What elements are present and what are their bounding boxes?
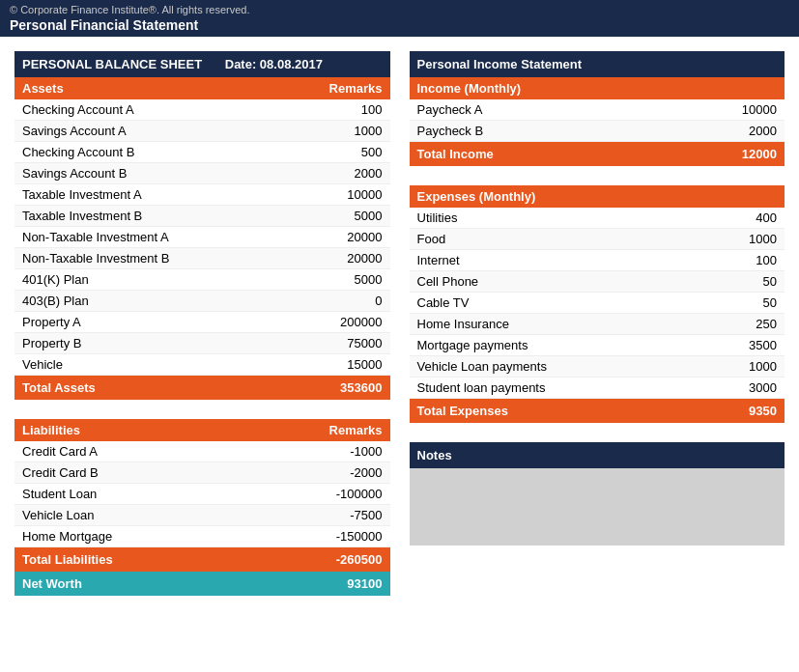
expense-name: Cable TV	[410, 293, 699, 314]
asset-name: Taxable Investment A	[14, 184, 278, 206]
copyright-text: © Corporate Finance Institute®. All righ…	[10, 4, 789, 15]
asset-name: Checking Account A	[14, 99, 278, 121]
total-expenses-value: 9350	[699, 399, 785, 424]
asset-row: Property B75000	[14, 333, 390, 354]
expense-value: 1000	[699, 229, 785, 250]
remarks-col-header: Remarks	[278, 77, 389, 99]
expense-row: Home Insurance250	[410, 314, 785, 335]
asset-row: Property A200000	[14, 312, 390, 333]
notes-body-row	[410, 468, 785, 546]
left-panel: PERSONAL BALANCE SHEET Date: 08.08.2017 …	[14, 51, 390, 596]
income-monthly-header: Income (Monthly)	[410, 77, 785, 99]
expense-value: 250	[699, 314, 785, 335]
total-liabilities-label: Total Liabilities	[14, 547, 243, 573]
expense-name: Internet	[410, 250, 699, 271]
liability-row: Home Mortgage-150000	[14, 526, 390, 547]
asset-value: 20000	[278, 248, 389, 269]
liability-name: Credit Card A	[14, 441, 243, 462]
top-bar: © Corporate Finance Institute®. All righ…	[0, 0, 799, 37]
income-statement-table: Personal Income Statement Income (Monthl…	[410, 51, 785, 166]
asset-row: Checking Account A100	[14, 99, 390, 121]
expense-value: 3000	[699, 378, 785, 399]
asset-value: 15000	[278, 354, 389, 376]
liabilities-col-header: Liabilities	[14, 419, 243, 441]
gap3	[410, 423, 785, 442]
asset-name: 401(K) Plan	[14, 269, 278, 291]
asset-value: 2000	[278, 163, 389, 184]
net-worth-label: Net Worth	[14, 572, 243, 596]
expense-value: 100	[699, 250, 785, 271]
total-expenses-label: Total Expenses	[410, 399, 699, 424]
asset-row: Checking Account B500	[14, 142, 390, 163]
asset-name: Non-Taxable Investment B	[14, 248, 278, 269]
net-worth-row: Net Worth 93100	[14, 572, 390, 596]
assets-col-header: Assets	[14, 77, 278, 99]
expense-value: 400	[699, 208, 785, 229]
liability-value: -150000	[243, 526, 390, 547]
income-row: Paycheck B2000	[410, 121, 785, 142]
expense-value: 50	[699, 293, 785, 314]
asset-row: Non-Taxable Investment B20000	[14, 248, 390, 269]
expense-name: Cell Phone	[410, 271, 699, 293]
expense-name: Vehicle Loan payments	[410, 356, 699, 378]
expense-row: Vehicle Loan payments1000	[410, 356, 785, 378]
notes-header: Notes	[410, 442, 785, 468]
asset-row: 403(B) Plan0	[14, 291, 390, 312]
liability-row: Credit Card A-1000	[14, 441, 390, 462]
asset-name: 403(B) Plan	[14, 291, 278, 312]
liability-value: -1000	[243, 441, 390, 462]
asset-value: 20000	[278, 227, 389, 248]
asset-name: Property A	[14, 312, 278, 333]
app-title: Personal Financial Statement	[10, 17, 789, 33]
total-expenses-row: Total Expenses 9350	[410, 399, 785, 424]
expenses-header: Expenses (Monthly)	[410, 185, 785, 208]
asset-row: Taxable Investment A10000	[14, 184, 390, 206]
liabilities-remarks-header: Remarks	[243, 419, 390, 441]
expense-value: 50	[699, 271, 785, 293]
liability-name: Student Loan	[14, 484, 243, 505]
asset-row: Vehicle15000	[14, 354, 390, 376]
asset-name: Checking Account B	[14, 142, 278, 163]
asset-value: 200000	[278, 312, 389, 333]
liability-row: Credit Card B-2000	[14, 462, 390, 484]
liabilities-table: Liabilities Remarks Credit Card A-1000Cr…	[14, 419, 390, 596]
expense-row: Mortgage payments3500	[410, 335, 785, 356]
notes-body[interactable]	[410, 468, 785, 546]
income-name: Paycheck A	[410, 99, 652, 121]
total-income-row: Total Income 12000	[410, 142, 785, 167]
income-value: 2000	[651, 121, 785, 142]
expense-row: Cell Phone50	[410, 271, 785, 293]
asset-row: Non-Taxable Investment A20000	[14, 227, 390, 248]
liability-row: Student Loan-100000	[14, 484, 390, 505]
gap2	[410, 166, 785, 185]
asset-value: 100	[278, 99, 389, 121]
income-statement-header: Personal Income Statement	[410, 51, 785, 77]
liability-value: -2000	[243, 462, 390, 484]
asset-value: 1000	[278, 121, 389, 142]
expense-name: Home Insurance	[410, 314, 699, 335]
expense-name: Mortgage payments	[410, 335, 699, 356]
total-liabilities-value: -260500	[243, 547, 390, 573]
liability-value: -100000	[243, 484, 390, 505]
asset-row: 401(K) Plan5000	[14, 269, 390, 291]
asset-name: Vehicle	[14, 354, 278, 376]
expense-row: Food1000	[410, 229, 785, 250]
expense-name: Food	[410, 229, 699, 250]
total-income-label: Total Income	[410, 142, 652, 167]
balance-sheet-header: PERSONAL BALANCE SHEET Date: 08.08.2017	[14, 51, 390, 77]
asset-value: 500	[278, 142, 389, 163]
total-income-value: 12000	[651, 142, 785, 167]
asset-row: Taxable Investment B5000	[14, 206, 390, 227]
expense-name: Utilities	[410, 208, 699, 229]
total-assets-row: Total Assets 353600	[14, 376, 390, 401]
gap	[14, 400, 390, 419]
asset-row: Savings Account A1000	[14, 121, 390, 142]
expense-row: Cable TV50	[410, 293, 785, 314]
expense-row: Student loan payments3000	[410, 378, 785, 399]
liability-name: Vehicle Loan	[14, 505, 243, 526]
asset-name: Non-Taxable Investment A	[14, 227, 278, 248]
asset-value: 5000	[278, 269, 389, 291]
expenses-table: Expenses (Monthly) Utilities400Food1000I…	[410, 185, 785, 423]
asset-value: 5000	[278, 206, 389, 227]
liability-name: Credit Card B	[14, 462, 243, 484]
